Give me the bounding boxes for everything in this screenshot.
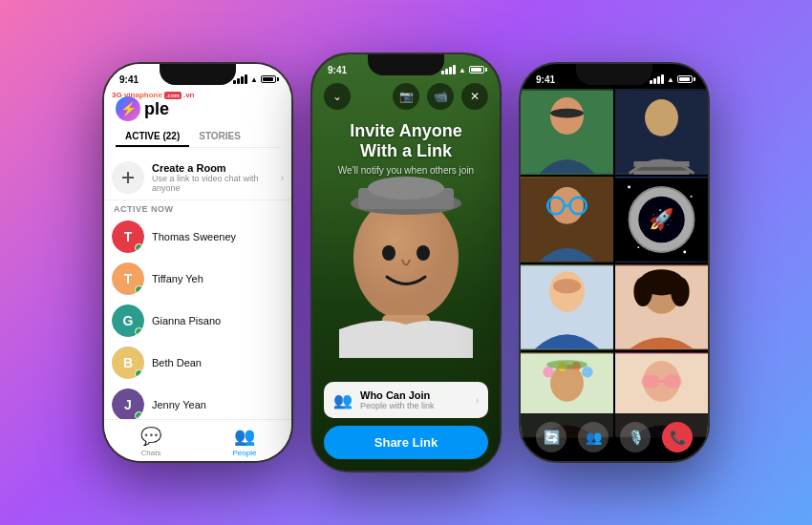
status-icons-left: ▲ <box>233 74 276 84</box>
vinaphone-text: 3G vinaphone <box>112 91 162 99</box>
create-room-text: Create a Room Use a link to video chat w… <box>152 162 281 193</box>
person-4: 🚀 <box>615 177 708 262</box>
bar-c3 <box>449 67 452 74</box>
avatar-tiffany: T <box>112 262 144 295</box>
contact-name-beth: Beth Dean <box>152 357 202 368</box>
video-cell-3 <box>521 177 613 262</box>
avatar-jenny: J <box>112 388 144 419</box>
svg-point-30 <box>637 246 639 248</box>
signal-center <box>441 65 456 74</box>
video-cell-2 <box>615 89 708 175</box>
person-svg-2 <box>615 89 708 175</box>
plus-icon <box>120 170 136 185</box>
com-badge: .com <box>164 92 182 99</box>
messenger-header: ⚡ ple ACTIVE (22) STORIES <box>104 91 291 156</box>
create-room-title: Create a Room <box>152 162 281 174</box>
video-cell-4: 🚀 <box>615 177 708 262</box>
bottom-controls-right: 🔄 👥 🎙️ 📞 <box>521 413 708 461</box>
who-can-join-row[interactable]: 👥 Who Can Join People with the link › <box>324 382 488 418</box>
back-button[interactable]: ⌄ <box>324 83 351 110</box>
video-cell-5 <box>521 264 613 350</box>
svg-point-46 <box>546 360 588 369</box>
screen-left: 9:41 ▲ 3G vinaphone .com <box>104 64 291 461</box>
contact-name-gianna: Gianna Pisano <box>152 315 221 326</box>
contact-list: T Thomas Sweeney T Tiffany Yeh G <box>104 216 291 419</box>
invite-title: Invite Anyone With a Link <box>331 121 481 161</box>
camera-icon: 📷 <box>399 90 414 103</box>
end-call-button[interactable]: 📞 <box>662 422 693 452</box>
create-room-icon <box>112 161 144 194</box>
online-dot-beth <box>135 369 143 378</box>
close-icon: ✕ <box>470 90 480 103</box>
invite-banner: Invite Anyone With a Link We'll notify y… <box>312 121 500 176</box>
svg-point-31 <box>683 250 686 253</box>
who-can-join-value: People with the link <box>360 401 476 410</box>
bar-r1 <box>650 80 652 84</box>
avatar-thomas: T <box>112 220 144 253</box>
person-3 <box>521 177 613 262</box>
svg-point-6 <box>368 177 444 200</box>
nav-people[interactable]: 👥 People <box>198 426 291 457</box>
bar4 <box>245 74 247 84</box>
share-link-button[interactable]: Share Link <box>324 426 488 459</box>
svg-point-45 <box>582 367 593 378</box>
group-icon: 👥 <box>333 391 353 410</box>
video-button[interactable]: 📹 <box>427 83 454 110</box>
bar-r4 <box>661 74 664 84</box>
svg-point-39 <box>671 277 689 306</box>
contact-name-jenny: Jenny Yean <box>152 399 206 410</box>
video-icon: 📹 <box>434 90 448 103</box>
online-dot-gianna <box>135 327 143 336</box>
camera-flip-button[interactable]: 📷 <box>393 83 419 110</box>
chevron-right-icon: › <box>281 173 284 183</box>
person-1 <box>521 89 613 175</box>
add-people-button[interactable]: 👥 <box>578 422 609 452</box>
contact-tiffany[interactable]: T Tiffany Yeh <box>104 258 291 300</box>
wifi-icon-left: ▲ <box>250 75 258 84</box>
notch-left <box>160 64 236 85</box>
tab-stories[interactable]: STORIES <box>189 127 250 147</box>
svg-point-42 <box>543 367 554 378</box>
bar-c2 <box>445 69 448 74</box>
contact-name-tiffany: Tiffany Yeh <box>152 273 203 284</box>
vinaphone-badge: 3G vinaphone .com .vn <box>112 91 194 99</box>
flip-camera-button[interactable]: 🔄 <box>536 422 566 452</box>
nav-chats-label: Chats <box>141 449 161 457</box>
screen-center: 9:41 ▲ ⌄ <box>312 54 500 471</box>
messenger-app-name: ple <box>144 99 169 119</box>
contact-gianna[interactable]: G Gianna Pisano <box>104 300 291 342</box>
bar-c4 <box>453 65 456 74</box>
svg-point-8 <box>417 245 430 261</box>
avatar-gianna: G <box>112 304 144 337</box>
close-button[interactable]: ✕ <box>461 83 488 110</box>
online-dot-tiffany <box>135 285 143 294</box>
phones-container: 9:41 ▲ 3G vinaphone .com <box>83 0 729 525</box>
signal-right <box>650 74 664 84</box>
section-label-active: ACTIVE NOW <box>104 200 291 216</box>
online-dot-thomas <box>135 243 143 252</box>
messenger-logo: ⚡ ple <box>116 96 280 121</box>
person-svg-5 <box>521 264 613 350</box>
messenger-icon: ⚡ <box>116 96 140 121</box>
status-icons-right: ▲ <box>650 74 693 84</box>
wifi-icon-right: ▲ <box>667 75 674 84</box>
contact-beth[interactable]: B Beth Dean <box>104 342 291 384</box>
screen-right: 9:41 ▲ <box>521 64 708 461</box>
bar1 <box>233 80 236 84</box>
phone-center: 9:41 ▲ ⌄ <box>310 52 502 472</box>
end-call-icon: 📞 <box>670 430 686 445</box>
person-5 <box>521 264 613 350</box>
svg-rect-22 <box>546 204 549 208</box>
contact-jenny[interactable]: J Jenny Yean <box>104 384 291 419</box>
tab-active[interactable]: ACTIVE (22) <box>116 127 189 147</box>
svg-rect-23 <box>585 204 588 208</box>
phone-right: 9:41 ▲ <box>519 62 710 463</box>
nav-chats[interactable]: 💬 Chats <box>104 426 198 457</box>
who-chevron-icon: › <box>476 395 479 406</box>
battery-left <box>261 75 276 83</box>
mute-button[interactable]: 🎙️ <box>620 422 651 452</box>
create-room-row[interactable]: Create a Room Use a link to video chat w… <box>104 156 291 200</box>
contact-thomas[interactable]: T Thomas Sweeney <box>104 216 291 258</box>
person-svg-6 <box>615 264 708 350</box>
bottom-panel: 👥 Who Can Join People with the link › Sh… <box>312 374 500 471</box>
